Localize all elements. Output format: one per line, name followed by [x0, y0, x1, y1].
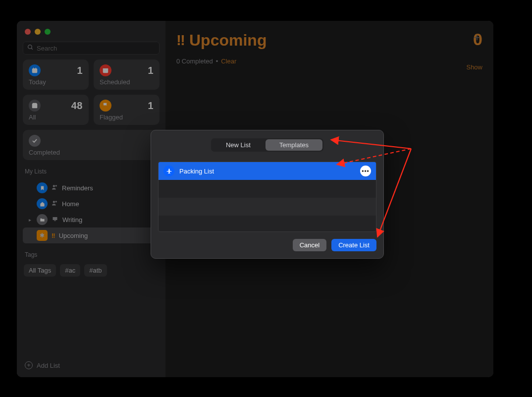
- tab-templates[interactable]: Templates: [266, 139, 322, 151]
- template-row-empty-1: [159, 180, 376, 198]
- tab-new-list[interactable]: New List: [212, 139, 265, 151]
- template-list: Packing List •••: [158, 162, 376, 232]
- app-window: 1 Today 1 Scheduled 48: [17, 21, 493, 377]
- template-row-packing-list[interactable]: Packing List •••: [159, 162, 376, 180]
- ellipsis-icon[interactable]: •••: [360, 166, 371, 176]
- dialog-footer: Cancel Create List: [158, 239, 376, 251]
- template-label: Packing List: [179, 168, 214, 175]
- airplane-icon: [163, 166, 174, 176]
- create-list-button[interactable]: Create List: [331, 239, 376, 251]
- dialog-tabs: New List Templates: [211, 138, 323, 152]
- cancel-button[interactable]: Cancel: [293, 239, 326, 251]
- template-row-empty-3: [159, 216, 376, 232]
- new-list-dialog: New List Templates Packing List ••• Canc…: [151, 130, 384, 259]
- template-row-empty-2: [159, 198, 376, 216]
